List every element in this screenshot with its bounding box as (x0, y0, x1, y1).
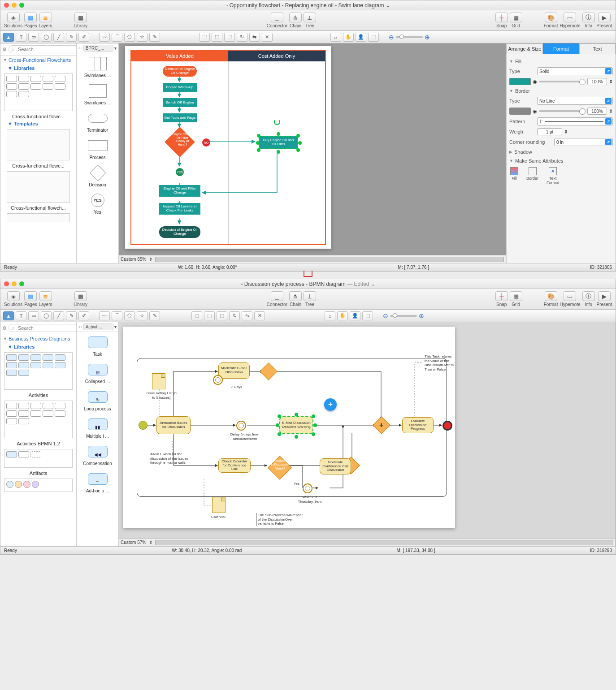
tab-text[interactable]: Text (579, 43, 616, 54)
brush-tool[interactable]: ✎ (149, 33, 160, 42)
align-tool[interactable]: ⬚ (191, 311, 202, 320)
section-shadow[interactable]: Shadow (514, 149, 532, 155)
present-button[interactable]: ▶ (598, 13, 611, 22)
gear-icon[interactable]: ⚙ (2, 324, 7, 332)
settings-tool[interactable]: ✕ (254, 311, 265, 320)
weight-stepper[interactable]: 1 pt (537, 128, 562, 135)
ellipse-tool[interactable]: ◯ (41, 33, 52, 42)
shape-adhoc[interactable]: ~Ad-hoc p ... (77, 469, 118, 496)
start-event[interactable] (139, 421, 147, 430)
fill-opacity-slider[interactable] (539, 81, 586, 82)
hand-tool[interactable]: ✋ (337, 311, 348, 320)
zoom-icon[interactable] (19, 3, 24, 8)
zoom-tool[interactable]: ⌕ (330, 33, 341, 42)
flip-tool[interactable]: ⇋ (242, 311, 252, 320)
line-tool[interactable]: ╱ (53, 311, 64, 320)
breadcrumb[interactable]: BPRC_... (83, 45, 113, 52)
fill-opacity-value[interactable]: 100% (587, 78, 607, 85)
start-terminator[interactable]: Decision of Engine Oil Change (163, 66, 197, 77)
pages-button[interactable]: ▦ (24, 13, 37, 22)
select-tool[interactable]: ▲ (3, 311, 14, 320)
template-thumb-1[interactable] (7, 129, 70, 160)
library-button[interactable]: ▦ (74, 13, 87, 22)
zoom-out-icon[interactable]: ⊖ (383, 312, 388, 319)
brush-tool[interactable]: ✎ (149, 311, 160, 320)
lib-artifacts[interactable] (4, 449, 73, 468)
fill-type-select[interactable]: Solid⇵ (537, 67, 613, 75)
zoom-value[interactable]: Custom 57% (121, 540, 146, 545)
data-issue-list[interactable] (152, 373, 165, 389)
text-tool[interactable]: T (16, 33, 26, 42)
select-tool[interactable]: ▲ (3, 33, 14, 42)
end-event[interactable] (442, 421, 452, 431)
task-moderate-email[interactable]: Moderate E-mail Discussion (218, 362, 250, 379)
group-tool[interactable]: ⬚ (224, 33, 235, 42)
shape-decision[interactable]: Decision (77, 163, 118, 190)
library-button[interactable]: ▦ (74, 291, 87, 301)
canvas[interactable]: Value Added Cost Added Only (119, 43, 506, 263)
zoom-slider[interactable] (396, 36, 423, 38)
templates-header[interactable]: ▼ Templates (0, 120, 76, 127)
tab-arrange[interactable]: Arrange & Size (507, 43, 543, 54)
rect-tool[interactable]: ▭ (28, 33, 39, 42)
section-border[interactable]: Border (515, 88, 530, 94)
poly-tool[interactable]: ⬠ (124, 311, 135, 320)
breadcrumb[interactable]: Activiti... (83, 323, 113, 330)
hscroll[interactable] (155, 540, 613, 545)
end-terminator[interactable]: Decision of Engine Oil Change (159, 226, 200, 238)
shape-terminator[interactable]: Terminator (77, 108, 118, 135)
shape-compensation[interactable]: ◀◀Compensation (77, 441, 118, 469)
connector-button[interactable]: ⎯ (271, 13, 283, 22)
zoom-in-icon[interactable]: ⊕ (425, 34, 430, 41)
minimize-icon[interactable] (12, 3, 17, 8)
hscroll[interactable] (155, 257, 504, 262)
star-tool[interactable]: ☆ (137, 33, 147, 42)
snap-button[interactable]: ┼ (495, 13, 508, 22)
process-change[interactable]: Engine Oil and Filter Change (159, 185, 200, 197)
curve-tool[interactable]: 〰 (99, 33, 110, 42)
lib-activities[interactable] (4, 352, 73, 390)
process-warmup[interactable]: Engine Warm-Up (163, 83, 197, 92)
process-inspect[interactable]: Inspect Oil Level and Check For Leaks (159, 203, 200, 215)
shape-multiple[interactable]: ▮▮Multiple i ... (77, 414, 118, 441)
task-announce[interactable]: Announce Issues for Discussion (156, 416, 191, 434)
task-warning-selected[interactable]: E-Mail Discussion Deadline Warning (279, 416, 313, 434)
same-border-button[interactable]: Border (526, 167, 538, 185)
task-moderate-conf[interactable]: Moderate Conference Call Discussion (320, 458, 351, 474)
section-bpd[interactable]: ▼Business Process Diagrams (0, 334, 76, 343)
connector-button[interactable]: ⎯ (271, 291, 283, 301)
layers-button[interactable]: ≣ (39, 13, 52, 22)
solutions-button[interactable]: ◈ (7, 13, 20, 22)
template-thumb-2[interactable] (7, 171, 70, 203)
dropdown-icon[interactable]: ▾ (114, 324, 117, 329)
format-button[interactable]: 🎨 (545, 13, 557, 22)
solutions-button[interactable]: ◈ (7, 291, 20, 301)
text-tool[interactable]: T (16, 311, 26, 320)
timer-delay[interactable] (236, 421, 246, 431)
pages-button[interactable]: ▦ (24, 291, 37, 301)
task-evaluate[interactable]: Evaluate Discussion Progress (402, 417, 434, 433)
user-tool[interactable]: 👤 (356, 33, 366, 42)
process-switchoff[interactable]: Switch Off Engine (163, 98, 197, 107)
zoom-out-icon[interactable]: ⊖ (389, 34, 394, 41)
group-tool[interactable]: ⬚ (217, 311, 227, 320)
task-check-calendar[interactable]: Check Calendar for Conference Call (218, 458, 251, 473)
shape-loop[interactable]: ↻Loop process (77, 387, 118, 414)
star-tool[interactable]: ☆ (137, 311, 147, 320)
grid-button[interactable]: ▦ (510, 291, 522, 301)
settings-tool[interactable]: ✕ (262, 33, 273, 42)
border-opacity-slider[interactable] (539, 110, 586, 112)
info-button[interactable]: ⓘ (582, 291, 595, 301)
corner-rounding-select[interactable]: 0 in⇵ (554, 138, 613, 146)
zoom-tool[interactable]: ⌕ (325, 311, 335, 320)
distribute-tool[interactable]: ⬚ (204, 311, 215, 320)
poly-tool[interactable]: ⬠ (124, 33, 135, 42)
align-tool[interactable]: ⬚ (199, 33, 210, 42)
back-icon[interactable]: ‹ (78, 324, 80, 329)
process-tools[interactable]: Get Tools and Rags (163, 113, 197, 122)
titlebar[interactable]: ▫ Discussion cycle process - BPMN diagra… (0, 279, 616, 289)
no-connector[interactable]: NO (202, 138, 210, 147)
grid-button[interactable]: ▦ (510, 13, 522, 22)
gear-icon[interactable]: ⚙ (2, 46, 7, 53)
canvas[interactable]: Announce Issues for Discussion Issue Vot… (119, 322, 616, 546)
